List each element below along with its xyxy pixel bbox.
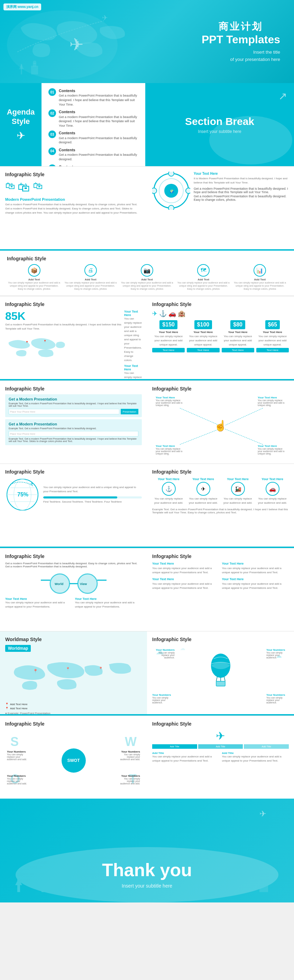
arrow-box-2: Add Title [198, 744, 243, 749]
icon-circle-4: 🚗 [265, 482, 280, 496]
slide8-right-cols-2: Your Text Here You can simply replace yo… [152, 578, 289, 590]
svg-rect-48 [45, 879, 48, 883]
agenda-text-2: Contents Get a modern PowerPoint Present… [59, 110, 138, 128]
svg-text:75%: 75% [17, 492, 29, 498]
svg-text:📍: 📍 [33, 668, 38, 674]
slide7-right-title: Infographic Style [152, 469, 289, 475]
svg-line-21 [225, 429, 263, 444]
svg-text:📍: 📍 [43, 340, 47, 343]
agenda-num-2: 02 [48, 110, 56, 117]
agenda-plane-icon: ✈ [17, 129, 25, 142]
circular-world-diagram: 🌍 [152, 172, 190, 211]
slide-agenda: AgendaStyle ✈ 01 Contents Get a modern P… [0, 83, 294, 166]
form-box-1: Get a Modern Presentation Example Text. … [5, 394, 142, 417]
swot-center: SWOT [62, 748, 86, 773]
slide6-right-title: Infographic Style [152, 386, 289, 391]
arrow-box-1: Add Title [152, 744, 197, 749]
slide-infographic-4: Infographic Style 📦 Add Text You can sim… [0, 251, 294, 296]
node-diagram: ☝ Your Text Here You can simply replace … [152, 394, 289, 457]
slide10-swot-title: Infographic Style [5, 721, 142, 727]
slide7-icons-cols: Your Text Here ⚓ You can simply replace … [152, 477, 289, 505]
swot-s-letter: S [10, 735, 19, 749]
slide3-title: Infographic Style [5, 172, 142, 177]
price-item-1: $150 Your Text Here You can simply repla… [152, 320, 185, 352]
form-box-2: Get a Modern Presentation Example Text. … [5, 419, 142, 445]
price-item-4: $65 Your Text Here You can simply replac… [256, 320, 289, 352]
balloon-area: ☁ ☁ ☁ [152, 645, 289, 707]
svg-rect-52 [232, 882, 238, 883]
slide7-col-2: Your Text Here ✈ You can simply replace … [187, 477, 219, 505]
logo: 演界网 www.yanj.cn [3, 3, 41, 10]
slide3-extra-texts: Get a modern PowerPoint Presentation tha… [194, 187, 289, 202]
big-plane-icon: ✈ [152, 729, 289, 743]
slide8-right-panel: Infographic Style Your Text Here You can… [147, 548, 294, 631]
world-dots-map: 📍 📍 [5, 334, 121, 363]
svg-text:✈: ✈ [102, 14, 108, 21]
pin-icon-1: 📍 [5, 703, 9, 706]
svg-text:📍: 📍 [25, 340, 29, 344]
glasses-area: World View [5, 570, 142, 595]
slide8-bottom-cols: Your Text Here You can simply replace yo… [5, 597, 142, 609]
agenda-item-1: 01 Contents Get a modern PowerPoint Pres… [48, 88, 138, 107]
slide3-heading: Modern PowerPoint Presentation [5, 197, 142, 202]
slide8-rcol-4: Your Text Here You can simply replace yo… [222, 578, 289, 590]
swot-diagram: SWOT S W O T Your Numbers You can simply… [5, 729, 142, 792]
slide-thankyou: ✈ Thank you Insert your subtitle here [0, 799, 294, 902]
svg-text:🌍: 🌍 [170, 189, 174, 194]
shopping-bag-icon-1: 🛍 [5, 180, 15, 194]
slide7-col-4: Your Text Here 🚗 You can simply replace … [256, 477, 289, 505]
slide4-icon-4: 🗺 Add Text You can simply replace your a… [176, 264, 231, 290]
icon-circle-2: ✈ [197, 482, 210, 496]
slide-infographic-7: Infographic Style ✈ 75% [0, 463, 294, 547]
balloon-text-2: Your Numbers You can simply replace your… [266, 648, 289, 659]
slide9-balloon-panel: Infographic Style ☁ ☁ ☁ [147, 632, 294, 714]
hotel-icon: 🏨 [178, 310, 185, 317]
form-input-1: Place Your Phone Here [9, 409, 119, 414]
svg-text:📍: 📍 [99, 667, 103, 671]
thankyou-subtitle: Insert your subtitle here [122, 883, 172, 889]
slide4-title: Infographic Style [7, 256, 287, 261]
slide9-balloon-title: Infographic Style [152, 636, 289, 642]
svg-line-19 [225, 408, 263, 425]
airplane-icon: ✈ [152, 310, 157, 317]
agenda-item-3: 03 Contents Get a modern PowerPoint Pres… [48, 130, 138, 145]
slide4-icon-2: 🖨 Add Text You can simply replace your a… [63, 264, 118, 290]
slide-infographic-5: Infographic Style 85K Get a modern Power… [0, 296, 294, 379]
slide9-worldmap-title: Worldmap Style [5, 636, 142, 642]
slide5-right-title: Infographic Style [152, 302, 289, 307]
airplane-decoration: ✈ [69, 35, 84, 55]
travel-icons-row: ✈ ⚓ 🚗 🏨 [152, 310, 289, 317]
swot-o-text: Your Numbers You can simply replace your… [7, 775, 29, 785]
slide5-cols: Your Text Here You can simply replace yo… [124, 310, 142, 379]
world-map-svg-area: 📍 📍 📍 [5, 655, 142, 701]
slide8-right-title: Infographic Style [152, 554, 289, 559]
svg-rect-53 [259, 877, 268, 892]
slide4-icon-5: 📊 Add Text You can simply replace your a… [233, 264, 287, 290]
svg-rect-54 [261, 874, 266, 878]
slide10-swot-panel: Infographic Style SWOT S W O T Your Numb… [0, 716, 147, 799]
plane-arrows-flow: ✈ Add Title Add Title Add Title Add Titl… [152, 729, 289, 763]
slide10-arrows-title: Infographic Style [152, 721, 289, 727]
slide4-icon-1: 📦 Add Text You can simply replace your a… [7, 264, 61, 290]
agenda-title: AgendaStyle [7, 108, 35, 126]
anchor-icon: ⚓ [159, 310, 167, 317]
svg-line-18 [180, 408, 219, 425]
slide10-arrows-panel: Infographic Style ✈ Add Title Add Title … [147, 716, 294, 799]
slide7-left-panel: Infographic Style ✈ 75% [0, 464, 147, 547]
title-block: 商业计划 PPT Templates Insert the title of y… [202, 20, 280, 64]
slide6-left-title: Infographic Style [5, 386, 142, 391]
form-submit-btn[interactable]: Presentation [121, 409, 138, 414]
subtitle: Insert the title of your presentation he… [202, 49, 280, 64]
agenda-style-panel: AgendaStyle ✈ [0, 83, 41, 166]
center-hub-icon: ☝ [214, 420, 227, 432]
agenda-num-3: 03 [48, 130, 56, 138]
agenda-text-3: Contents Get a modern PowerPoint Present… [59, 130, 138, 145]
globe-animation: ✈ 75% [5, 477, 40, 512]
price-item-2: $100 Your Text Here You can simply repla… [187, 320, 219, 352]
thankyou-plane-icon: ✈ [259, 809, 266, 819]
slide7-right-panel: Infographic Style Your Text Here ⚓ You c… [147, 464, 294, 547]
slide7-col-3: Your Text Here 🚂 You can simply replace … [221, 477, 254, 505]
svg-point-13 [168, 205, 174, 210]
icon-circle-1: ⚓ [162, 482, 176, 496]
agenda-num-1: 01 [48, 88, 56, 96]
